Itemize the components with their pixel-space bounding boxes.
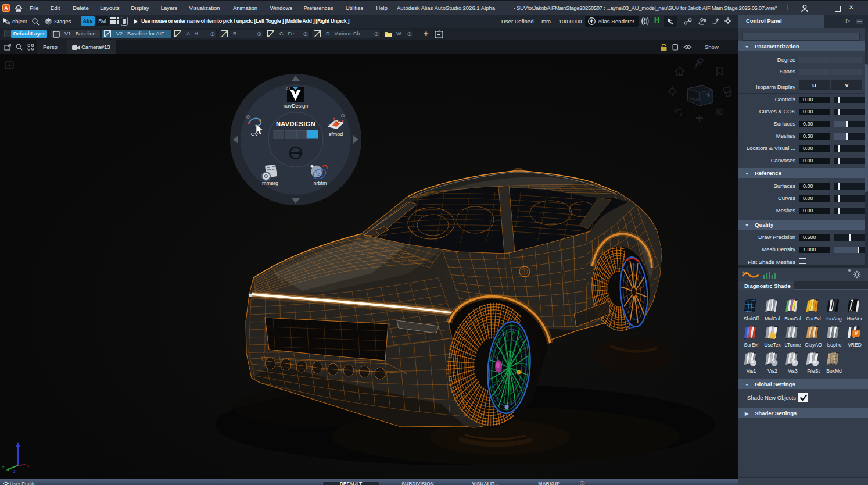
svg-text:VRED: VRED — [848, 342, 862, 348]
svg-text:Vis2: Vis2 — [767, 368, 777, 374]
svg-text:CurEvl: CurEvl — [806, 316, 821, 322]
svg-text:NAVDESIGN: NAVDESIGN — [276, 120, 315, 127]
svg-text:sfmod: sfmod — [329, 131, 343, 137]
svg-text:Y: Y — [2, 465, 5, 470]
svg-text:Vis3: Vis3 — [788, 368, 798, 374]
svg-text:IsoAng: IsoAng — [826, 316, 842, 322]
svg-text:nrbtm: nrbtm — [313, 180, 327, 186]
svg-text:LTunne: LTunne — [785, 342, 801, 348]
svg-text:RanCol: RanCol — [784, 316, 801, 322]
svg-text:SurEvl: SurEvl — [744, 342, 758, 348]
svg-text:FRONT: FRONT — [689, 97, 702, 101]
svg-text:MulCol: MulCol — [765, 316, 780, 322]
svg-text:z: z — [13, 469, 16, 473]
svg-text:mmerg: mmerg — [262, 180, 278, 186]
svg-text:Vis1: Vis1 — [747, 368, 756, 374]
svg-text:ShdOff: ShdOff — [744, 316, 759, 322]
svg-text:HorVer: HorVer — [847, 316, 863, 322]
svg-text:Isopho: Isopho — [827, 342, 842, 348]
svg-text:BoxMd: BoxMd — [826, 368, 842, 374]
svg-text:navDesign: navDesign — [284, 103, 309, 109]
svg-text:ClayAO: ClayAO — [805, 342, 822, 348]
svg-text:V: V — [854, 331, 858, 337]
svg-text:FileSt: FileSt — [807, 368, 820, 374]
svg-text:x: x — [27, 463, 30, 468]
svg-text:UseTex: UseTex — [764, 342, 781, 348]
